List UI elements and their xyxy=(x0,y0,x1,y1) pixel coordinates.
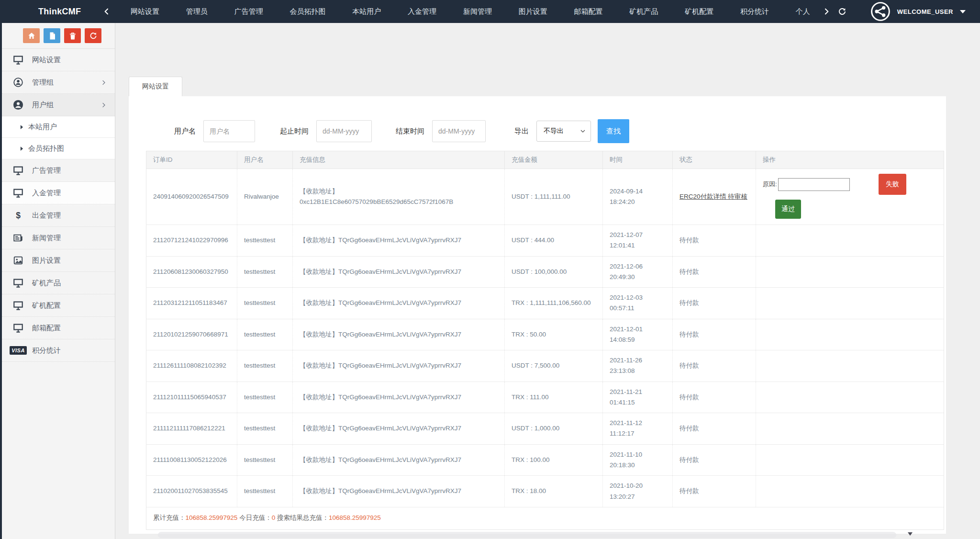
sidebar-item-label: 新闻管理 xyxy=(32,234,61,243)
sidebar-item-6[interactable]: 广告管理 xyxy=(2,159,115,182)
deposit-info-cell: 【收款地址】0xc12B1E1C8e60757029bBE6529d65cC75… xyxy=(293,169,505,225)
topnav-item-3[interactable]: 广告管理 xyxy=(234,7,263,16)
order-id-cell: 211201021259070668971 xyxy=(146,319,237,350)
status-cell: 待付款 xyxy=(673,225,756,257)
brand-logo[interactable]: ThinkCMF xyxy=(0,7,103,17)
order-id-cell: 211207121241022970996 xyxy=(146,225,237,257)
sidebar-item-10[interactable]: 图片设置 xyxy=(2,249,115,272)
topnav-item-5[interactable]: 本站用户 xyxy=(352,7,381,16)
status-cell: 待付款 xyxy=(673,444,756,476)
actions-cell xyxy=(756,288,944,319)
pass-button[interactable]: 通过 xyxy=(775,200,801,219)
table-row: 211121011115065940537testtesttest【收款地址】T… xyxy=(146,382,944,413)
content-panel: 用户名 起止时间 结束时间 导出 不导出 查找 订单ID用户名充值信息充值金额时… xyxy=(129,96,946,534)
table-row: 211201021259070668971testtesttest【收款地址】T… xyxy=(146,319,944,350)
recycle-quick-button[interactable] xyxy=(85,28,101,43)
table-row: 211206081230060327950testtesttest【收款地址】T… xyxy=(146,256,944,288)
table-row: 211112111117086212221testtesttest【收款地址】T… xyxy=(146,413,944,445)
actions-cell xyxy=(756,444,944,476)
topnav-item-4[interactable]: 会员拓扑图 xyxy=(290,7,325,16)
actions-cell: 原因:失败通过 xyxy=(756,169,944,225)
sidebar-item-1[interactable]: 网站设置 xyxy=(2,49,115,71)
amount-cell: USDT : 1,000.00 xyxy=(505,413,603,445)
table-row: 211020011027053835545testtesttest【收款地址】T… xyxy=(146,476,944,507)
fail-button[interactable]: 失败 xyxy=(879,174,906,195)
sidebar-item-4[interactable]: 本站用户 xyxy=(2,116,115,138)
search-total-label: 搜索结果总充值： xyxy=(277,514,329,521)
column-header: 充值信息 xyxy=(293,151,505,169)
status-cell: 待付款 xyxy=(673,476,756,507)
topnav-item-2[interactable]: 管理员 xyxy=(186,7,208,16)
topnav-item-10[interactable]: 矿机产品 xyxy=(629,7,658,16)
actions-cell xyxy=(756,413,944,445)
sidebar-item-7[interactable]: 入金管理 xyxy=(2,182,115,204)
actions-cell xyxy=(756,225,944,257)
sidebar-item-label: 邮箱配置 xyxy=(32,324,61,333)
end-date-input[interactable] xyxy=(432,120,486,142)
topnav-item-7[interactable]: 新闻管理 xyxy=(463,7,492,16)
user-menu[interactable]: WELCOME_USER xyxy=(870,1,966,22)
trash-quick-button[interactable] xyxy=(64,28,81,43)
topnav-item-6[interactable]: 入金管理 xyxy=(408,7,436,16)
payment-detail-link[interactable]: ERC20付款详情 待审核 xyxy=(679,193,747,200)
search-total-value: 106858.25997925 xyxy=(329,514,381,521)
recycle-icon xyxy=(89,32,98,40)
chevron-right-icon[interactable] xyxy=(823,8,830,15)
order-id-cell: 240914060920026547509 xyxy=(146,169,237,225)
trash-icon xyxy=(68,32,77,40)
username-cell: testtesttest xyxy=(237,476,293,507)
wallet-address: 0xc12B1E1C8e60757029bBE6529d65cC7572f106… xyxy=(300,198,453,205)
tab-site-settings[interactable]: 网站设置 xyxy=(129,77,182,96)
deposit-address-prefix: 【收款地址】 xyxy=(300,236,338,244)
topnav-item-9[interactable]: 邮箱配置 xyxy=(574,7,603,16)
export-select[interactable]: 不导出 xyxy=(536,121,591,142)
deposits-table-wrap: 订单ID用户名充值信息充值金额时间状态操作 240914060920026547… xyxy=(146,151,944,507)
start-date-input[interactable] xyxy=(316,120,372,142)
home-quick-button[interactable] xyxy=(23,28,40,43)
wallet-address: TQrGg6oeavEHrmLJcVLiVgVA7yprrvRXJ7 xyxy=(338,299,461,306)
sidebar-item-14[interactable]: VISA积分统计 xyxy=(2,339,115,362)
refresh-icon[interactable] xyxy=(838,7,846,16)
amount-cell: TRX : 1,111,111,106,560.00 xyxy=(505,288,603,319)
sidebar-item-2[interactable]: 管理组 xyxy=(2,71,115,94)
sidebar-item-label: 积分统计 xyxy=(32,346,61,355)
top-menu: 网站设置管理员广告管理会员拓扑图本站用户入金管理新闻管理图片设置邮箱配置矿机产品… xyxy=(131,7,810,16)
actions-cell xyxy=(756,256,944,288)
sidebar-item-label: 广告管理 xyxy=(32,166,61,175)
deposits-table: 订单ID用户名充值信息充值金额时间状态操作 240914060920026547… xyxy=(146,151,944,507)
topnav-item-8[interactable]: 图片设置 xyxy=(519,7,547,16)
filter-bar: 用户名 起止时间 结束时间 导出 不导出 查找 xyxy=(129,96,946,143)
order-id-cell: 211110081130052122026 xyxy=(146,444,237,476)
topnav-item-1[interactable]: 网站设置 xyxy=(131,7,159,16)
sidebar-item-label: 矿机配置 xyxy=(32,301,61,310)
home-icon xyxy=(27,32,36,40)
topnav-item-11[interactable]: 矿机配置 xyxy=(685,7,713,16)
deposit-info-cell: 【收款地址】TQrGg6oeavEHrmLJcVLiVgVA7yprrvRXJ7 xyxy=(293,288,505,319)
sidebar-item-11[interactable]: 矿机产品 xyxy=(2,272,115,294)
monitor-icon xyxy=(12,278,24,288)
wallet-address: TQrGg6oeavEHrmLJcVLiVgVA7yprrvRXJ7 xyxy=(338,456,461,463)
sidebar-item-8[interactable]: $出金管理 xyxy=(2,204,115,227)
sidebar-item-9[interactable]: 新闻管理 xyxy=(2,227,115,249)
username-input[interactable] xyxy=(203,120,255,142)
search-button[interactable]: 查找 xyxy=(598,119,629,143)
export-label: 导出 xyxy=(514,127,529,136)
order-id-cell: 211203121211051183467 xyxy=(146,288,237,319)
deposit-info-cell: 【收款地址】TQrGg6oeavEHrmLJcVLiVgVA7yprrvRXJ7 xyxy=(293,256,505,288)
sidebar-item-3[interactable]: 用户组 xyxy=(2,94,115,116)
chevron-left-icon[interactable] xyxy=(103,8,111,15)
order-id-cell: 211206081230060327950 xyxy=(146,256,237,288)
topnav-item-12[interactable]: 积分统计 xyxy=(740,7,769,16)
reason-label: 原因: xyxy=(763,179,777,189)
admin-group-icon xyxy=(12,77,24,88)
select-chevron-icon xyxy=(580,128,586,134)
username-cell: testtesttest xyxy=(237,444,293,476)
horizontal-scrollbar[interactable] xyxy=(158,532,896,538)
sidebar-item-13[interactable]: 邮箱配置 xyxy=(2,317,115,339)
sidebar-item-5[interactable]: 会员拓扑图 xyxy=(2,138,115,159)
file-quick-button[interactable] xyxy=(44,28,60,43)
topnav-item-13[interactable]: 个人 xyxy=(796,7,810,16)
sidebar-item-12[interactable]: 矿机配置 xyxy=(2,294,115,317)
monitor-icon xyxy=(12,165,24,176)
reason-input[interactable] xyxy=(778,178,850,191)
